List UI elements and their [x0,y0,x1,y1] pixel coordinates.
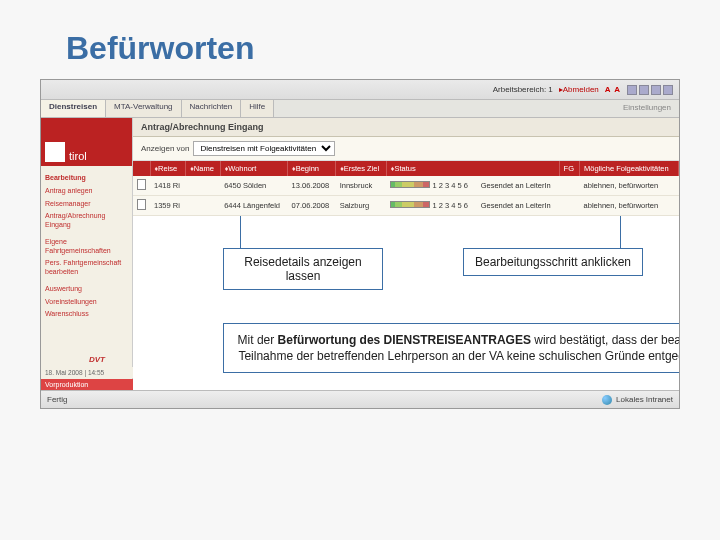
cell-ziel: Innsbruck [336,176,387,196]
col-ziel[interactable]: ♦Erstes Ziel [336,161,387,176]
nav-eigene-fg[interactable]: Eigene Fahrtgemeinschaften [45,236,128,258]
cell-actions[interactable]: ablehnen, befürworten [580,176,679,196]
cell-reise: 1359 Ri [150,196,186,216]
cell-status-text: Gesendet an LeiterIn [477,196,559,216]
tab-hilfe[interactable]: Hilfe [241,100,274,117]
nav-auswertung[interactable]: Auswertung [45,283,128,296]
logout-link[interactable]: ▸Abmelden [559,85,599,94]
nav-warenschluss[interactable]: Warenschluss [45,308,128,321]
cell-ziel: Salzburg [336,196,387,216]
cell-reise: 1418 Ri [150,176,186,196]
nav-reisemanager[interactable]: Reisemanager [45,198,128,211]
col-beginn[interactable]: ♦Beginn [288,161,336,176]
env-badge: Vorproduktion [41,379,133,390]
col-actions: Mögliche Folgeaktivitäten [580,161,679,176]
detail-icon[interactable] [137,199,146,210]
tab-nachrichten[interactable]: Nachrichten [182,100,242,117]
logo-text: tirol [69,150,87,162]
status-zone: Lokales Intranet [616,395,673,404]
cell-fg [559,176,580,196]
detail-icon[interactable] [137,179,146,190]
workspace-label: Arbeitsbereich: 1 [493,85,553,94]
sidebar: tirol Bearbeitung Antrag anlegen Reisema… [41,118,133,390]
header-icon[interactable] [651,85,661,95]
cell-wohnort: 6444 Längenfeld [220,196,287,216]
col-fg: FG [559,161,580,176]
col-icon [133,161,150,176]
nav-eingang[interactable]: Antrag/Abrechnung Eingang [45,210,128,232]
cell-name [186,196,220,216]
nav-bearbeitung[interactable]: Bearbeitung [45,172,128,185]
col-reise[interactable]: ♦Reise [150,161,186,176]
cell-status-bar: 1 2 3 4 5 6 [386,196,476,216]
status-done: Fertig [47,395,67,404]
cell-beginn: 13.06.2008 [288,176,336,196]
cell-beginn: 07.06.2008 [288,196,336,216]
results-table: ♦Reise ♦Name ♦Wohnort ♦Beginn ♦Erstes Zi… [133,161,679,216]
cell-fg [559,196,580,216]
callout-reisedetails: Reisedetails anzeigen lassen [223,248,383,290]
filter-select[interactable]: Dienstreisen mit Folgeaktivitäten [193,141,335,156]
tab-settings[interactable]: Einstellungen [615,100,679,117]
cell-wohnort: 6450 Sölden [220,176,287,196]
globe-icon [602,395,612,405]
tab-dienstreisen[interactable]: Dienstreisen [41,100,106,117]
info-text-box: Mit der Befürwortung des DIENSTREISEANTR… [223,323,680,373]
col-wohnort[interactable]: ♦Wohnort [220,161,287,176]
col-status[interactable]: ♦Status [386,161,559,176]
tirol-eagle-icon [45,142,65,162]
cell-status-bar: 1 2 3 4 5 6 [386,176,476,196]
dvt-logo: DVT [89,355,105,364]
sidebar-nav: Bearbeitung Antrag anlegen Reisemanager … [41,166,132,327]
header-icon-group [627,85,673,95]
callout-bearbeitungsschritt: Bearbeitungsschritt anklicken [463,248,643,276]
tab-mta[interactable]: MTA-Verwaltung [106,100,182,117]
nav-voreinstellungen[interactable]: Voreinstellungen [45,296,128,309]
main-panel: Antrag/Abrechnung Eingang Anzeigen von D… [133,118,679,390]
nav-pers-fg[interactable]: Pers. Fahrtgemeinschaft bearbeiten [45,257,128,279]
col-name[interactable]: ♦Name [186,161,220,176]
cell-status-text: Gesendet an LeiterIn [477,176,559,196]
main-heading: Antrag/Abrechnung Eingang [133,118,679,137]
table-row: 1418 Ri 6450 Sölden 13.06.2008 Innsbruck… [133,176,679,196]
browser-header: Arbeitsbereich: 1 ▸Abmelden A A [41,80,679,100]
browser-window: Arbeitsbereich: 1 ▸Abmelden A A Dienstre… [40,79,680,409]
nav-antrag-anlegen[interactable]: Antrag anlegen [45,185,128,198]
table-row: 1359 Ri 6444 Längenfeld 07.06.2008 Salzb… [133,196,679,216]
header-icon[interactable] [639,85,649,95]
cell-name [186,176,220,196]
header-icon[interactable] [663,85,673,95]
logo: tirol [41,118,132,166]
slide-title: Befürworten [66,30,680,67]
header-icon[interactable] [627,85,637,95]
browser-statusbar: Fertig Lokales Intranet [41,390,679,408]
callout-connector [620,216,621,249]
callout-connector [240,216,241,249]
timestamp: 18. Mai 2008 | 14:55 [41,367,133,378]
filter-label: Anzeigen von [141,144,189,153]
main-tabs: Dienstreisen MTA-Verwaltung Nachrichten … [41,100,679,118]
filter-bar: Anzeigen von Dienstreisen mit Folgeaktiv… [133,137,679,161]
table-header-row: ♦Reise ♦Name ♦Wohnort ♦Beginn ♦Erstes Zi… [133,161,679,176]
cell-actions[interactable]: ablehnen, befürworten [580,196,679,216]
font-size-control[interactable]: A A [605,85,621,94]
